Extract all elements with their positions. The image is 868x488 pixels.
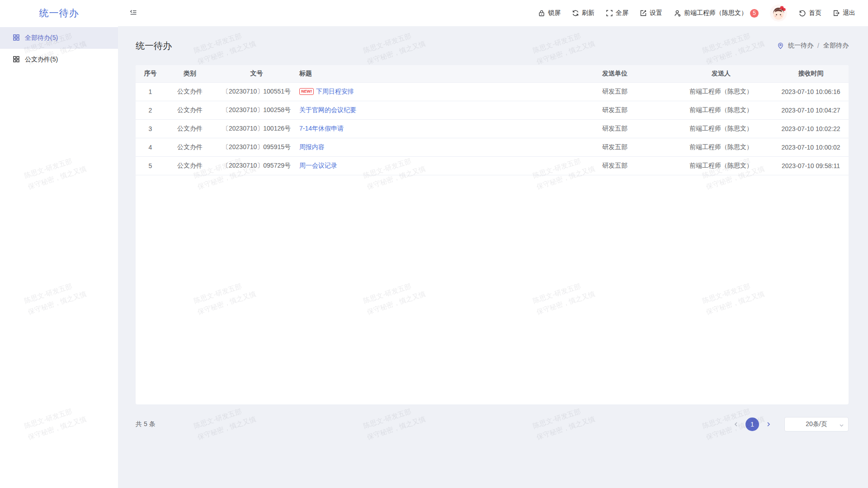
next-page-button[interactable]	[763, 418, 774, 430]
cell-title: 周报内容	[298, 138, 561, 156]
grid-icon	[13, 56, 20, 64]
row-title-link[interactable]: 周一会议记录	[299, 162, 337, 169]
sidebar-item-official-docs[interactable]: 公文办件(5)	[0, 49, 118, 70]
prev-page-button[interactable]	[730, 418, 742, 430]
cell-doc-no: 〔20230710〕100126号	[215, 119, 298, 138]
cell-time: 2023-07-10 10:02:22	[773, 119, 849, 138]
home-label: 首页	[809, 9, 821, 17]
row-title-link[interactable]: 下周日程安排	[316, 88, 354, 95]
back-home-icon	[798, 9, 806, 17]
cell-sender: 前端工程师（陈思文）	[669, 82, 773, 101]
cell-time: 2023-07-10 10:04:27	[773, 101, 849, 119]
settings-button[interactable]: 设置	[640, 9, 662, 17]
avatar[interactable]	[770, 5, 787, 22]
current-user[interactable]: 前端工程师（陈思文） 5	[674, 9, 759, 18]
col-header-time: 接收时间	[773, 65, 849, 82]
todo-table-card: 序号 类别 文号 标题 发送单位 发送人 接收时间 1公文办件〔20230710…	[136, 65, 849, 404]
pagination: 1 20条/页	[730, 417, 849, 432]
fullscreen-button[interactable]: 全屏	[606, 9, 628, 17]
cell-unit: 研发五部	[561, 156, 669, 175]
logout-label: 退出	[843, 9, 855, 17]
cell-category: 公文办件	[165, 101, 215, 119]
cell-category: 公文办件	[165, 82, 215, 101]
edit-settings-icon	[640, 9, 647, 17]
chevron-down-icon	[839, 422, 844, 429]
page-size-select[interactable]: 20条/页	[784, 417, 849, 432]
table-row: 4公文办件〔20230710〕095915号周报内容研发五部前端工程师（陈思文）…	[136, 138, 849, 156]
todo-count-badge: 5	[750, 9, 759, 18]
fullscreen-icon	[606, 9, 613, 17]
cell-title: 7-14年休假申请	[298, 119, 561, 138]
col-header-sender: 发送人	[669, 65, 773, 82]
user-name-label: 前端工程师（陈思文）	[684, 9, 747, 17]
refresh-button[interactable]: 刷新	[572, 9, 594, 17]
table-row: 5公文办件〔20230710〕095729号周一会议记录研发五部前端工程师（陈思…	[136, 156, 849, 175]
table-row: 2公文办件〔20230710〕100258号关于官网的会议纪要研发五部前端工程师…	[136, 101, 849, 119]
cell-title: NEW!下周日程安排	[298, 82, 561, 101]
cell-sender: 前端工程师（陈思文）	[669, 156, 773, 175]
total-count: 共 5 条	[136, 420, 156, 428]
col-header-category: 类别	[165, 65, 215, 82]
col-header-index: 序号	[136, 65, 165, 82]
cell-index: 1	[136, 82, 165, 101]
cell-unit: 研发五部	[561, 82, 669, 101]
lock-screen-button[interactable]: 锁屏	[538, 9, 561, 17]
app-logo-title: 统一待办	[0, 7, 118, 19]
cell-index: 5	[136, 156, 165, 175]
table-row: 1公文办件〔20230710〕100551号NEW!下周日程安排研发五部前端工程…	[136, 82, 849, 101]
col-header-unit: 发送单位	[561, 65, 669, 82]
cell-title: 关于官网的会议纪要	[298, 101, 561, 119]
sidebar-item-label: 公文办件(5)	[25, 56, 58, 64]
topbar: 统一待办 锁屏	[0, 0, 868, 26]
cell-doc-no: 〔20230710〕095729号	[215, 156, 298, 175]
breadcrumb-item-first[interactable]: 统一待办	[788, 42, 813, 50]
logout-button[interactable]: 退出	[833, 9, 855, 17]
row-title-link[interactable]: 周报内容	[299, 143, 325, 150]
cell-sender: 前端工程师（陈思文）	[669, 119, 773, 138]
sidebar: 全部待办(5) 公文办件(5)	[0, 26, 118, 488]
table-row: 3公文办件〔20230710〕100126号7-14年休假申请研发五部前端工程师…	[136, 119, 849, 138]
row-title-link[interactable]: 7-14年休假申请	[299, 125, 344, 132]
user-icon	[674, 9, 681, 17]
cell-time: 2023-07-10 10:06:16	[773, 82, 849, 101]
breadcrumb-item-last: 全部待办	[823, 42, 849, 50]
cell-unit: 研发五部	[561, 119, 669, 138]
logout-icon	[833, 9, 840, 17]
refresh-icon	[572, 9, 579, 17]
cell-category: 公文办件	[165, 138, 215, 156]
refresh-label: 刷新	[582, 9, 594, 17]
sidebar-item-all-todos[interactable]: 全部待办(5)	[0, 27, 118, 49]
cell-time: 2023-07-10 09:58:11	[773, 156, 849, 175]
table-body: 1公文办件〔20230710〕100551号NEW!下周日程安排研发五部前端工程…	[136, 82, 849, 175]
page-size-value: 20条/页	[806, 420, 827, 428]
page-number-button[interactable]: 1	[745, 418, 759, 431]
layout-body: 全部待办(5) 公文办件(5) 统一待办	[0, 26, 868, 488]
page-title: 统一待办	[136, 40, 172, 52]
breadcrumb: 统一待办 / 全部待办	[777, 42, 849, 50]
lock-screen-label: 锁屏	[548, 9, 561, 17]
cell-doc-no: 〔20230710〕095915号	[215, 138, 298, 156]
col-header-doc-no: 文号	[215, 65, 298, 82]
lock-icon	[538, 9, 545, 17]
menu-fold-icon	[130, 9, 137, 18]
col-header-title: 标题	[298, 65, 561, 82]
cell-index: 4	[136, 138, 165, 156]
breadcrumb-separator: /	[817, 42, 819, 49]
cell-doc-no: 〔20230710〕100258号	[215, 101, 298, 119]
cell-unit: 研发五部	[561, 138, 669, 156]
home-button[interactable]: 首页	[798, 9, 821, 17]
cell-unit: 研发五部	[561, 101, 669, 119]
row-title-link[interactable]: 关于官网的会议纪要	[299, 106, 356, 113]
new-badge: NEW!	[299, 88, 314, 95]
sidebar-collapse-button[interactable]	[130, 9, 137, 18]
cell-index: 3	[136, 119, 165, 138]
table-header-row: 序号 类别 文号 标题 发送单位 发送人 接收时间	[136, 65, 849, 82]
location-pin-icon	[777, 42, 784, 49]
todo-table: 序号 类别 文号 标题 发送单位 发送人 接收时间 1公文办件〔20230710…	[136, 65, 849, 175]
topbar-actions: 锁屏 刷新 全屏	[538, 5, 868, 22]
page-header: 统一待办 统一待办 / 全部待办	[136, 26, 849, 65]
grid-icon	[13, 34, 20, 42]
settings-label: 设置	[650, 9, 662, 17]
cell-category: 公文办件	[165, 156, 215, 175]
cell-index: 2	[136, 101, 165, 119]
